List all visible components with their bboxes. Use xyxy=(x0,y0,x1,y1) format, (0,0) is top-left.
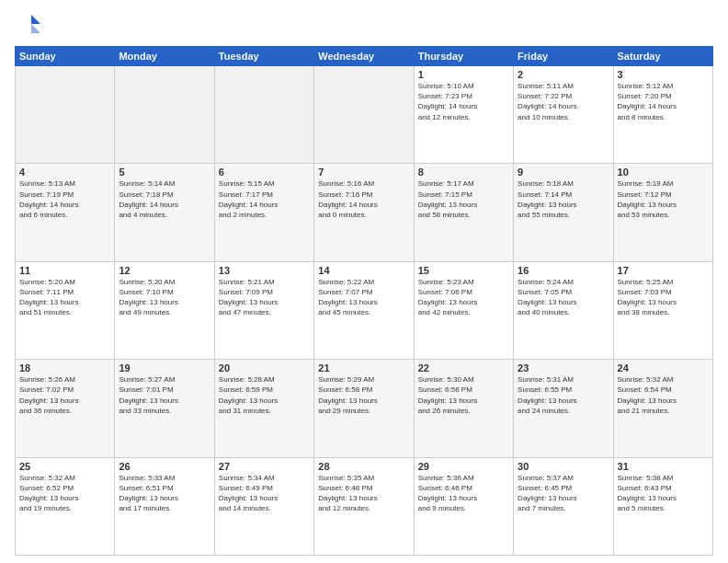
day-number: 25 xyxy=(19,461,110,472)
day-cell: 8Sunrise: 5:17 AM Sunset: 7:15 PM Daylig… xyxy=(414,164,513,261)
day-cell: 15Sunrise: 5:23 AM Sunset: 7:06 PM Dayli… xyxy=(414,261,513,359)
svg-marker-1 xyxy=(31,24,40,33)
day-cell: 20Sunrise: 5:28 AM Sunset: 6:59 PM Dayli… xyxy=(214,360,313,457)
day-cell: 13Sunrise: 5:21 AM Sunset: 7:09 PM Dayli… xyxy=(214,261,313,359)
header xyxy=(15,11,713,39)
day-cell: 1Sunrise: 5:10 AM Sunset: 7:23 PM Daylig… xyxy=(414,66,513,164)
day-info: Sunrise: 5:16 AM Sunset: 7:16 PM Dayligh… xyxy=(318,178,409,220)
day-info: Sunrise: 5:27 AM Sunset: 7:01 PM Dayligh… xyxy=(119,374,210,416)
day-cell: 2Sunrise: 5:11 AM Sunset: 7:22 PM Daylig… xyxy=(514,66,613,164)
day-number: 17 xyxy=(618,265,709,276)
day-cell: 5Sunrise: 5:14 AM Sunset: 7:18 PM Daylig… xyxy=(115,164,214,261)
day-cell: 18Sunrise: 5:26 AM Sunset: 7:02 PM Dayli… xyxy=(16,360,115,457)
day-info: Sunrise: 5:32 AM Sunset: 6:54 PM Dayligh… xyxy=(618,374,709,416)
day-cell: 3Sunrise: 5:12 AM Sunset: 7:20 PM Daylig… xyxy=(613,66,712,164)
day-info: Sunrise: 5:25 AM Sunset: 7:03 PM Dayligh… xyxy=(618,277,709,318)
day-info: Sunrise: 5:15 AM Sunset: 7:17 PM Dayligh… xyxy=(219,178,310,220)
day-cell xyxy=(115,66,214,164)
day-info: Sunrise: 5:22 AM Sunset: 7:07 PM Dayligh… xyxy=(318,277,409,318)
day-info: Sunrise: 5:21 AM Sunset: 7:09 PM Dayligh… xyxy=(219,277,310,318)
day-number: 19 xyxy=(119,362,210,373)
day-info: Sunrise: 5:17 AM Sunset: 7:15 PM Dayligh… xyxy=(418,178,509,220)
column-header-tuesday: Tuesday xyxy=(214,47,313,66)
day-info: Sunrise: 5:32 AM Sunset: 6:52 PM Dayligh… xyxy=(19,473,110,514)
column-header-thursday: Thursday xyxy=(414,47,513,66)
day-info: Sunrise: 5:26 AM Sunset: 7:02 PM Dayligh… xyxy=(19,374,110,416)
column-header-saturday: Saturday xyxy=(613,47,712,66)
day-cell: 9Sunrise: 5:18 AM Sunset: 7:14 PM Daylig… xyxy=(514,164,613,261)
day-number: 16 xyxy=(518,265,609,276)
day-cell xyxy=(314,66,414,164)
column-header-monday: Monday xyxy=(115,47,214,66)
day-cell: 27Sunrise: 5:34 AM Sunset: 6:49 PM Dayli… xyxy=(214,457,313,555)
day-number: 8 xyxy=(418,167,509,178)
day-number: 7 xyxy=(318,167,409,178)
day-number: 23 xyxy=(518,362,609,373)
day-number: 3 xyxy=(618,69,709,80)
week-row-1: 4Sunrise: 5:13 AM Sunset: 7:19 PM Daylig… xyxy=(16,164,713,261)
day-info: Sunrise: 5:33 AM Sunset: 6:51 PM Dayligh… xyxy=(119,473,210,514)
day-cell: 14Sunrise: 5:22 AM Sunset: 7:07 PM Dayli… xyxy=(314,261,414,359)
day-cell: 7Sunrise: 5:16 AM Sunset: 7:16 PM Daylig… xyxy=(314,164,414,261)
day-number: 27 xyxy=(219,461,310,472)
day-info: Sunrise: 5:18 AM Sunset: 7:14 PM Dayligh… xyxy=(518,178,609,220)
day-number: 26 xyxy=(119,461,210,472)
day-number: 6 xyxy=(219,167,310,178)
column-header-wednesday: Wednesday xyxy=(314,47,414,66)
day-info: Sunrise: 5:28 AM Sunset: 6:59 PM Dayligh… xyxy=(219,374,310,416)
day-info: Sunrise: 5:19 AM Sunset: 7:12 PM Dayligh… xyxy=(618,178,709,220)
day-cell: 10Sunrise: 5:19 AM Sunset: 7:12 PM Dayli… xyxy=(613,164,712,261)
day-number: 30 xyxy=(518,461,609,472)
day-cell: 28Sunrise: 5:35 AM Sunset: 6:48 PM Dayli… xyxy=(314,457,414,555)
day-cell: 22Sunrise: 5:30 AM Sunset: 6:56 PM Dayli… xyxy=(414,360,513,457)
day-info: Sunrise: 5:20 AM Sunset: 7:11 PM Dayligh… xyxy=(19,277,110,318)
day-info: Sunrise: 5:13 AM Sunset: 7:19 PM Dayligh… xyxy=(19,178,110,220)
day-number: 2 xyxy=(518,69,609,80)
day-number: 9 xyxy=(518,167,609,178)
day-info: Sunrise: 5:10 AM Sunset: 7:23 PM Dayligh… xyxy=(418,81,509,122)
day-cell: 25Sunrise: 5:32 AM Sunset: 6:52 PM Dayli… xyxy=(16,457,115,555)
logo-icon xyxy=(15,11,42,39)
day-info: Sunrise: 5:29 AM Sunset: 6:58 PM Dayligh… xyxy=(318,374,409,416)
day-cell xyxy=(214,66,313,164)
page: SundayMondayTuesdayWednesdayThursdayFrid… xyxy=(0,0,728,563)
day-info: Sunrise: 5:30 AM Sunset: 6:56 PM Dayligh… xyxy=(418,374,509,416)
day-number: 18 xyxy=(19,362,110,373)
day-number: 10 xyxy=(618,167,709,178)
day-number: 13 xyxy=(219,265,310,276)
column-header-sunday: Sunday xyxy=(16,47,115,66)
day-number: 15 xyxy=(418,265,509,276)
week-row-4: 25Sunrise: 5:32 AM Sunset: 6:52 PM Dayli… xyxy=(16,457,713,555)
day-info: Sunrise: 5:20 AM Sunset: 7:10 PM Dayligh… xyxy=(119,277,210,318)
day-cell xyxy=(16,66,115,164)
day-cell: 26Sunrise: 5:33 AM Sunset: 6:51 PM Dayli… xyxy=(115,457,214,555)
day-info: Sunrise: 5:12 AM Sunset: 7:20 PM Dayligh… xyxy=(618,81,709,122)
day-headers-row: SundayMondayTuesdayWednesdayThursdayFrid… xyxy=(16,47,713,66)
day-info: Sunrise: 5:35 AM Sunset: 6:48 PM Dayligh… xyxy=(318,473,409,514)
day-cell: 6Sunrise: 5:15 AM Sunset: 7:17 PM Daylig… xyxy=(214,164,313,261)
day-number: 31 xyxy=(618,461,709,472)
day-cell: 12Sunrise: 5:20 AM Sunset: 7:10 PM Dayli… xyxy=(115,261,214,359)
day-number: 14 xyxy=(318,265,409,276)
day-number: 29 xyxy=(418,461,509,472)
day-number: 1 xyxy=(418,69,509,80)
day-info: Sunrise: 5:38 AM Sunset: 6:43 PM Dayligh… xyxy=(618,473,709,514)
day-cell: 11Sunrise: 5:20 AM Sunset: 7:11 PM Dayli… xyxy=(16,261,115,359)
week-row-3: 18Sunrise: 5:26 AM Sunset: 7:02 PM Dayli… xyxy=(16,360,713,457)
day-number: 28 xyxy=(318,461,409,472)
day-cell: 30Sunrise: 5:37 AM Sunset: 6:45 PM Dayli… xyxy=(514,457,613,555)
day-cell: 17Sunrise: 5:25 AM Sunset: 7:03 PM Dayli… xyxy=(613,261,712,359)
day-number: 5 xyxy=(119,167,210,178)
column-header-friday: Friday xyxy=(514,47,613,66)
week-row-2: 11Sunrise: 5:20 AM Sunset: 7:11 PM Dayli… xyxy=(16,261,713,359)
calendar-header: SundayMondayTuesdayWednesdayThursdayFrid… xyxy=(16,47,713,66)
day-number: 21 xyxy=(318,362,409,373)
logo xyxy=(15,11,46,39)
day-number: 20 xyxy=(219,362,310,373)
day-cell: 19Sunrise: 5:27 AM Sunset: 7:01 PM Dayli… xyxy=(115,360,214,457)
day-cell: 24Sunrise: 5:32 AM Sunset: 6:54 PM Dayli… xyxy=(613,360,712,457)
day-number: 22 xyxy=(418,362,509,373)
day-number: 12 xyxy=(119,265,210,276)
day-info: Sunrise: 5:11 AM Sunset: 7:22 PM Dayligh… xyxy=(518,81,609,122)
day-number: 11 xyxy=(19,265,110,276)
